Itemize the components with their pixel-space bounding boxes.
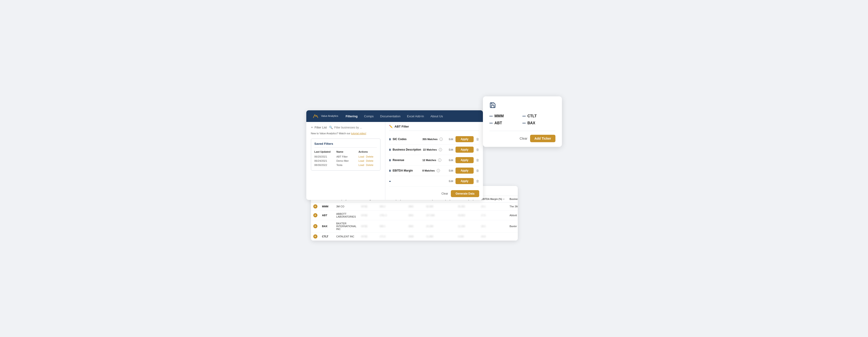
search-input[interactable] [334,126,380,129]
exchange-cell-ctlt: NYSE [359,232,377,241]
sort-arrows-rev[interactable] [389,159,391,162]
apply-biz-button[interactable]: Apply [456,147,473,153]
clear-ticker-button[interactable]: Clear [520,137,527,140]
tutorial-link[interactable]: tutorial video! [351,132,366,135]
add-cell-abt: + [311,210,320,220]
edit-filter-extra[interactable]: Edit [449,180,453,182]
add-row-button-mmm[interactable]: + [313,204,317,208]
add-cell-bax: + [311,220,320,232]
apply-rev-button[interactable]: Apply [456,157,473,163]
table-row: + ABT ABBOTT LABORATORIES NYSE 1751.3 38… [311,210,518,220]
sort-arrows-ebitda[interactable] [389,169,391,172]
filter-list-label: ▼ Filter List [311,126,327,129]
filter-search-bar: ▼ Filter List 🔍 [311,126,380,129]
load-filter-2[interactable]: Load [359,160,364,162]
saved-filter-actions-1: Load Delete [359,155,377,158]
nav-item-filtering[interactable]: Filtering [346,114,358,118]
load-filter-3[interactable]: Load [359,164,364,166]
ticker-cell-bax: BAX [320,220,334,232]
delete-filter-ebitda-icon[interactable]: 🗑 [476,169,479,172]
nav-item-comps[interactable]: Comps [364,114,374,118]
ticker-card: MMM CTLT ABT BAX Clear Add Ticker [483,96,562,147]
filter-label-ebitda: EBITDA Margin [393,169,421,172]
saved-filter-actions-3: Load Delete [359,164,377,166]
edit-filter-ebitda[interactable]: Edit [449,169,453,172]
arrow-down-icon [389,139,391,141]
nav-links: Filtering Comps Documentation Excel Add-… [346,114,443,118]
add-row-button-bax[interactable]: + [313,224,317,228]
arrow-up-icon [389,148,391,150]
revenue-cell-ctlt: 4,039 [456,232,479,241]
sort-arrows-extra[interactable] [389,180,391,182]
company-cell-abt: ABBOTT LABORATORIES [334,210,359,220]
company-cell-mmm: 3M CO [334,202,359,210]
ev-cell-ctlt: 11,800 [424,232,456,241]
results-table: Ticker ▼ Company Name ▼ [311,196,518,241]
desc-cell-abt: Abbott laboratories is an American multi… [507,210,518,220]
ebitda-cell-mmm: 23.1 [479,202,507,210]
delete-filter-sic-icon[interactable]: 🗑 [476,137,479,141]
desc-cell-bax: Baxter international inc is an American … [507,220,518,232]
generate-data-button[interactable]: Generate Data [451,190,479,197]
apply-sic-button[interactable]: Apply [456,136,473,142]
delete-filter-rev-icon[interactable]: 🗑 [476,158,479,162]
navbar: Value Analytics Filtering Comps Document… [306,110,483,122]
clear-filters-button[interactable]: Clear [441,192,448,195]
filter-row-sic: SIC Codes 355 Matches i Edit Apply 🗑 [389,134,479,144]
nav-logo: Value Analytics [312,112,338,120]
sic-cell-ctlt: 2830 [406,232,424,241]
apply-ebitda-button[interactable]: Apply [456,168,473,174]
share-vol-cell-bax: 509.1 [377,220,406,232]
info-icon-ebitda[interactable]: i [437,169,440,172]
load-filter-1[interactable]: Load [359,155,364,158]
delete-filter-2[interactable]: Delete [366,160,373,162]
edit-pencil-icon: ✏️ [389,125,393,128]
filter-row-right-ebitda: Edit Apply 🗑 [449,168,479,174]
exchange-cell-abt: NYSE [359,210,377,220]
table-row: + CTLT CATALENT INC NYSE 171.0 2830 11,8… [311,232,518,241]
edit-filter-rev[interactable]: Edit [449,159,453,162]
filter-panel: Value Analytics Filtering Comps Document… [306,110,483,200]
tutorial-text: New to Value Analytics? Watch our tutori… [311,132,380,135]
add-cell-mmm: + [311,202,320,210]
filter-row-ebitda: EBITDA Margin 8 Matches i Edit Apply 🗑 [389,166,479,176]
arrow-down-icon [389,160,391,162]
add-cell-ctlt: + [311,232,320,241]
add-ticker-button[interactable]: Add Ticker [530,135,555,142]
add-row-button-ctlt[interactable]: + [313,234,317,238]
nav-item-about[interactable]: About Us [430,114,443,118]
edit-filter-sic[interactable]: Edit [449,138,453,141]
delete-filter-3[interactable]: Delete [366,164,373,166]
filter-row-left-extra [389,180,391,182]
sort-arrows-sic[interactable] [389,138,391,141]
col-desc: Business Description ▼ [507,196,518,202]
edit-filter-biz[interactable]: Edit [449,148,453,151]
sic-cell-bax: 3841 [406,220,424,232]
delete-filter-biz-icon[interactable]: 🗑 [476,148,479,151]
chevron-down-icon: ▼ [311,126,313,129]
company-cell-ctlt: CATALENT INC [334,232,359,241]
ticker-item-bax: BAX [522,120,555,126]
right-panel: ✏️ ABT Filter SIC Codes 355 Matches i [385,122,483,200]
search-icon: 🔍 [329,126,333,129]
nav-item-documentation[interactable]: Documentation [380,114,400,118]
revenue-cell-bax: 12,100 [456,220,479,232]
info-icon-rev[interactable]: i [438,159,441,162]
info-icon-biz[interactable]: i [439,148,442,151]
saved-filters-row-1: 06/20/2021 ABT Filter Load Delete [314,155,377,159]
ev-cell-mmm: 92,500 [424,202,456,210]
filter-row-right-extra: Edit Apply 🗑 [449,178,479,184]
add-row-button-abt[interactable]: + [313,213,317,217]
delete-filter-1[interactable]: Delete [366,155,373,158]
arrow-up-icon [389,159,391,160]
apply-extra-button[interactable]: Apply [456,178,473,184]
sort-arrows-biz[interactable] [389,148,391,151]
ticker-dash [522,116,526,116]
filter-row-biz-desc: Business Description 22 Matches i Edit A… [389,144,479,155]
nav-item-excel-addin[interactable]: Excel Add-In [407,114,424,118]
arrow-up-icon [389,180,391,182]
saved-filters-row-2: 06/24/2021 Demo filter Load Delete [314,159,377,163]
delete-filter-extra-icon[interactable]: 🗑 [476,179,479,183]
company-cell-bax: BAXTER INTERNATIONAL INC [334,220,359,232]
info-icon-sic[interactable]: i [439,138,443,141]
